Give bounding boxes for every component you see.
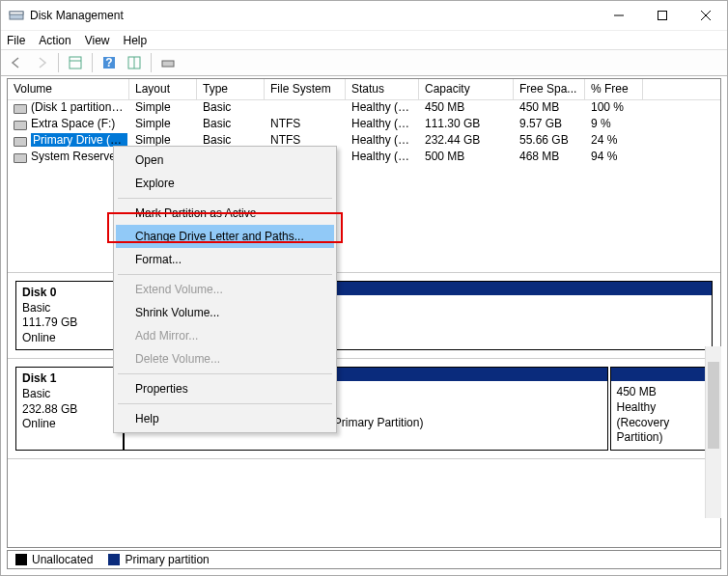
cell: NTFS bbox=[265, 117, 346, 133]
menu-item[interactable]: Format... bbox=[116, 248, 334, 271]
swatch-primary bbox=[108, 554, 120, 565]
menu-item[interactable]: Open bbox=[116, 149, 334, 172]
maximize-button[interactable] bbox=[640, 1, 684, 30]
cell: 9.57 GB bbox=[514, 117, 585, 133]
cell: Healthy (B... bbox=[346, 133, 419, 150]
toolbar: ? bbox=[1, 49, 727, 76]
cell: Healthy (P... bbox=[346, 117, 419, 133]
volume-icon bbox=[14, 103, 27, 113]
col-type[interactable]: Type bbox=[197, 79, 265, 99]
cell: Healthy (R... bbox=[346, 100, 419, 117]
col-status[interactable]: Status bbox=[346, 79, 419, 99]
col-filesystem[interactable]: File System bbox=[265, 79, 346, 99]
scrollbar-vertical[interactable] bbox=[705, 346, 721, 518]
volume-icon bbox=[14, 136, 27, 146]
menu-help[interactable]: Help bbox=[124, 34, 148, 47]
titlebar: Disk Management bbox=[1, 1, 727, 30]
cell: 111.30 GB bbox=[419, 117, 514, 133]
col-free[interactable]: Free Spa... bbox=[514, 79, 585, 99]
cell: Healthy (S... bbox=[346, 150, 419, 166]
settings-button[interactable] bbox=[123, 52, 146, 73]
cell: System Reserved bbox=[8, 150, 129, 166]
legend-unallocated-label: Unallocated bbox=[32, 553, 93, 566]
svg-rect-3 bbox=[658, 12, 666, 20]
menu-action[interactable]: Action bbox=[39, 34, 70, 47]
action-button[interactable] bbox=[156, 52, 180, 73]
cell: (Disk 1 partition 2) bbox=[8, 100, 129, 117]
legend: Unallocated Primary partition bbox=[7, 550, 721, 569]
svg-rect-1 bbox=[10, 12, 23, 14]
menu-item[interactable]: Help bbox=[116, 407, 334, 430]
svg-text:?: ? bbox=[105, 56, 112, 69]
menu-item[interactable]: Properties bbox=[116, 377, 334, 400]
col-capacity[interactable]: Capacity bbox=[419, 79, 514, 99]
volume-icon bbox=[14, 152, 27, 162]
swatch-unallocated bbox=[15, 554, 27, 565]
menu-item: Add Mirror... bbox=[116, 324, 334, 347]
cell: 9 % bbox=[585, 117, 643, 133]
minimize-button[interactable] bbox=[597, 1, 640, 30]
menu-item[interactable]: Change Drive Letter and Paths... bbox=[116, 225, 334, 248]
col-pctfree[interactable]: % Free bbox=[585, 79, 643, 99]
back-button[interactable] bbox=[5, 52, 28, 73]
svg-rect-6 bbox=[70, 57, 81, 69]
menu-item[interactable]: Explore bbox=[116, 172, 334, 195]
cell: 24 % bbox=[585, 133, 643, 150]
cell: 55.66 GB bbox=[514, 133, 585, 150]
legend-primary-label: Primary partition bbox=[125, 553, 209, 566]
svg-rect-12 bbox=[162, 61, 174, 67]
col-volume[interactable]: Volume bbox=[8, 79, 129, 99]
partition[interactable]: 450 MBHealthy (Recovery Partition) bbox=[610, 367, 714, 450]
volume-icon bbox=[14, 120, 27, 129]
menu-item[interactable]: Mark Partition as Active bbox=[116, 202, 334, 225]
cell: 232.44 GB bbox=[419, 133, 514, 150]
cell: Basic bbox=[197, 100, 265, 117]
cell: Simple bbox=[129, 117, 197, 133]
menu-view[interactable]: View bbox=[85, 34, 110, 47]
app-icon bbox=[9, 8, 24, 23]
view-button[interactable] bbox=[64, 52, 87, 73]
cell: Primary Drive (C:) bbox=[8, 133, 129, 150]
context-menu: OpenExploreMark Partition as ActiveChang… bbox=[113, 146, 337, 433]
disk-info[interactable]: Disk 0Basic111.79 GBOnline bbox=[15, 281, 124, 350]
cell: Simple bbox=[129, 100, 197, 117]
cell bbox=[265, 100, 346, 117]
volume-row[interactable]: (Disk 1 partition 2)SimpleBasicHealthy (… bbox=[8, 100, 720, 117]
cell: 450 MB bbox=[419, 100, 514, 117]
menu-item: Delete Volume... bbox=[116, 347, 334, 370]
forward-button[interactable] bbox=[30, 52, 53, 73]
cell: 94 % bbox=[585, 150, 643, 166]
cell: Basic bbox=[197, 117, 265, 133]
volume-table-header: Volume Layout Type File System Status Ca… bbox=[8, 79, 720, 100]
menu-item: Extend Volume... bbox=[116, 278, 334, 301]
legend-unallocated: Unallocated bbox=[15, 553, 93, 566]
window-title: Disk Management bbox=[30, 9, 597, 22]
menubar: File Action View Help bbox=[1, 30, 727, 49]
volume-row[interactable]: Extra Space (F:)SimpleBasicNTFSHealthy (… bbox=[8, 117, 720, 133]
disk-info[interactable]: Disk 1Basic232.88 GBOnline bbox=[15, 367, 124, 450]
cell: 468 MB bbox=[514, 150, 585, 166]
legend-primary: Primary partition bbox=[108, 553, 209, 566]
cell: 450 MB bbox=[514, 100, 585, 117]
close-button[interactable] bbox=[684, 1, 727, 30]
cell: Extra Space (F:) bbox=[8, 117, 129, 133]
help-button[interactable]: ? bbox=[98, 52, 121, 73]
menu-file[interactable]: File bbox=[7, 34, 25, 47]
menu-item[interactable]: Shrink Volume... bbox=[116, 301, 334, 324]
col-layout[interactable]: Layout bbox=[129, 79, 197, 99]
cell: 500 MB bbox=[419, 150, 514, 166]
cell: 100 % bbox=[585, 100, 643, 117]
